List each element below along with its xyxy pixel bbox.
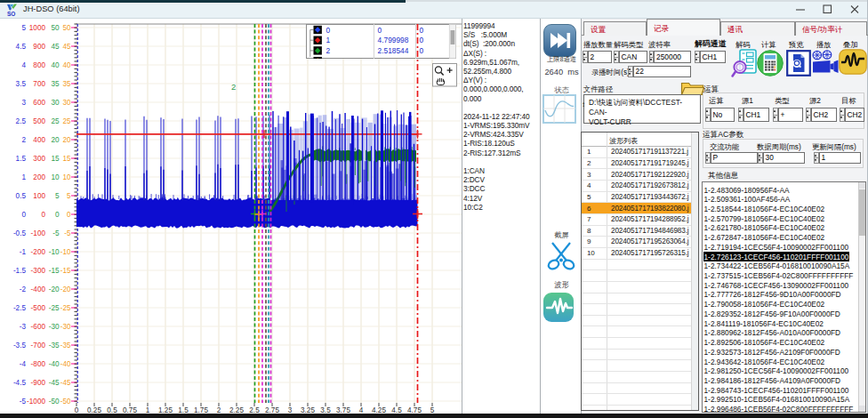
svg-text:35: 35 (62, 80, 71, 88)
svg-text:100: 100 (33, 192, 45, 200)
svg-text:900: 900 (33, 43, 45, 51)
svg-text:1: 1 (146, 406, 150, 414)
svg-text:-4.5: -4.5 (13, 379, 27, 387)
svg-text:-20: -20 (49, 285, 60, 293)
svg-text:1: 1 (21, 173, 26, 181)
svg-text:4: 4 (359, 406, 364, 414)
svg-text:0.5: 0.5 (107, 406, 117, 414)
svg-text:3: 3 (288, 406, 293, 414)
svg-text:-40: -40 (49, 360, 60, 368)
svg-text:-300: -300 (31, 267, 46, 275)
svg-text:2.25: 2.25 (229, 406, 244, 414)
svg-text:50: 50 (51, 24, 60, 32)
svg-text:0: 0 (378, 26, 382, 35)
svg-text:5: 5 (430, 406, 435, 414)
svg-text:-15: -15 (49, 267, 60, 275)
svg-text:-200: -200 (31, 248, 46, 256)
svg-text:-25: -25 (60, 304, 71, 312)
svg-text:-3.5: -3.5 (13, 342, 27, 350)
svg-text:2: 2 (21, 136, 26, 144)
svg-text:-5: -5 (20, 398, 27, 406)
svg-text:-10: -10 (60, 248, 71, 256)
svg-text:2: 2 (326, 46, 331, 55)
svg-text:0: 0 (55, 211, 60, 219)
svg-text:0.75: 0.75 (123, 406, 137, 414)
svg-text:3.25: 3.25 (301, 406, 315, 414)
svg-text:2: 2 (231, 82, 236, 92)
svg-text:-1.5: -1.5 (13, 267, 27, 275)
svg-text:1.5: 1.5 (178, 406, 189, 414)
svg-text:700: 700 (33, 80, 45, 88)
svg-text:-1000: -1000 (27, 398, 45, 406)
svg-text:-1: -1 (20, 248, 27, 256)
svg-text:400: 400 (33, 136, 45, 144)
svg-text:-100: -100 (31, 229, 46, 237)
svg-text:50: 50 (62, 24, 71, 32)
svg-text:-30: -30 (60, 323, 71, 331)
svg-text:-15: -15 (60, 267, 71, 275)
svg-text:1.25: 1.25 (158, 406, 173, 414)
svg-text:30: 30 (51, 99, 60, 107)
svg-text:4.25: 4.25 (372, 406, 386, 414)
svg-text:4.799998: 4.799998 (378, 36, 409, 44)
svg-text:0: 0 (75, 406, 79, 414)
svg-text:-50: -50 (60, 398, 71, 406)
svg-text:25: 25 (51, 117, 60, 125)
svg-text:0: 0 (67, 211, 71, 219)
svg-text:-0.5: -0.5 (13, 229, 27, 237)
svg-text:40: 40 (62, 61, 71, 69)
svg-text:4.75: 4.75 (407, 406, 422, 414)
svg-text:-2: -2 (20, 285, 27, 293)
svg-text:SO: SO (7, 11, 15, 17)
svg-text:-500: -500 (31, 304, 46, 312)
svg-text:5: 5 (67, 192, 71, 200)
svg-text:0.25: 0.25 (87, 406, 101, 414)
svg-text:2.518544: 2.518544 (378, 46, 409, 55)
svg-text:-50: -50 (49, 398, 60, 406)
svg-text:10: 10 (51, 173, 60, 181)
svg-text:20: 20 (62, 136, 71, 144)
svg-text:-700: -700 (31, 342, 46, 350)
svg-text:10: 10 (62, 173, 71, 181)
svg-text:-35: -35 (60, 342, 71, 350)
svg-text:30: 30 (62, 99, 71, 107)
svg-text:15: 15 (51, 155, 60, 163)
svg-text:1.75: 1.75 (194, 406, 208, 414)
svg-text:600: 600 (33, 99, 45, 107)
svg-text:-4: -4 (20, 360, 27, 368)
svg-text:300: 300 (33, 155, 45, 163)
svg-text:-600: -600 (31, 323, 46, 331)
svg-text:0: 0 (420, 46, 424, 55)
svg-text:2.75: 2.75 (265, 406, 279, 414)
svg-text:20: 20 (51, 136, 60, 144)
svg-text:-35: -35 (49, 342, 60, 350)
svg-text:45: 45 (51, 43, 60, 51)
svg-text:-10: -10 (49, 248, 60, 256)
svg-text:1.5: 1.5 (16, 155, 27, 163)
svg-text:5: 5 (55, 192, 60, 200)
svg-text:-45: -45 (60, 379, 71, 387)
svg-text:4: 4 (21, 61, 26, 69)
svg-text:0: 0 (21, 211, 26, 219)
svg-text:-30: -30 (49, 323, 60, 331)
svg-text:2: 2 (217, 406, 221, 414)
svg-text:-2.5: -2.5 (13, 304, 27, 312)
svg-text:0: 0 (420, 36, 424, 44)
svg-text:-5: -5 (64, 229, 71, 237)
svg-text:-25: -25 (49, 304, 60, 312)
svg-text:25: 25 (62, 117, 71, 125)
svg-text:0: 0 (41, 211, 45, 219)
svg-text:4.5: 4.5 (391, 406, 402, 414)
svg-text:-400: -400 (31, 285, 46, 293)
svg-text:-5: -5 (52, 229, 60, 237)
svg-text:4.5: 4.5 (16, 43, 27, 51)
svg-text:15: 15 (62, 155, 71, 163)
svg-text:3.75: 3.75 (336, 406, 350, 414)
svg-text:-20: -20 (60, 285, 71, 293)
svg-text:35: 35 (51, 80, 60, 88)
svg-text:45: 45 (62, 43, 71, 51)
svg-text:3: 3 (21, 99, 26, 107)
svg-text:5: 5 (21, 24, 26, 32)
svg-text:1: 1 (326, 36, 331, 44)
svg-text:0.5: 0.5 (16, 192, 27, 200)
